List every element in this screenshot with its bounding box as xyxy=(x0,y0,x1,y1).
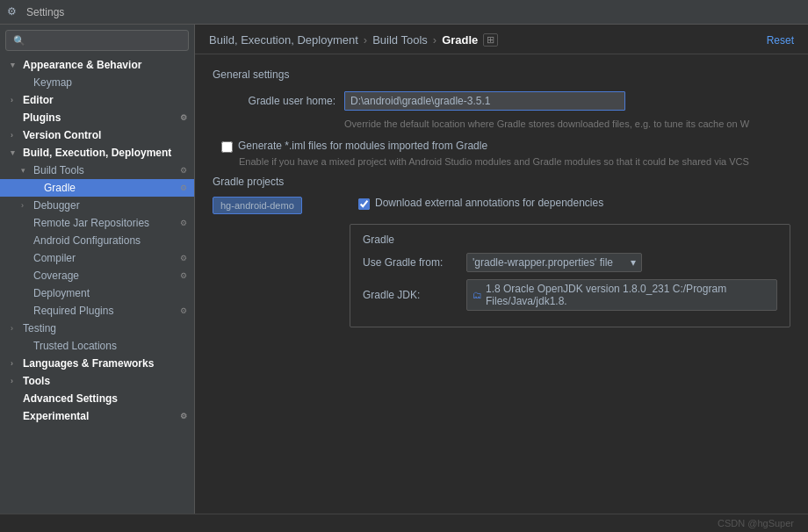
sidebar-item-plugins[interactable]: Plugins⚙ xyxy=(0,109,194,126)
gradle-jdk-row: Gradle JDK: 🗂 1.8 Oracle OpenJDK version… xyxy=(363,279,777,311)
sidebar-item-compiler[interactable]: Compiler⚙ xyxy=(0,249,194,267)
gear-icon: ⚙ xyxy=(180,113,187,122)
breadcrumb: Build, Execution, Deployment › Build Too… xyxy=(195,25,808,54)
gear-icon: ⚙ xyxy=(180,254,187,262)
footer-text: CSDN @hgSuper xyxy=(718,518,794,528)
sidebar-item-gradle[interactable]: Gradle⚙ xyxy=(0,179,194,197)
gear-icon: ⚙ xyxy=(180,412,187,421)
breadcrumb-part-2: Build Tools xyxy=(372,33,428,47)
sidebar-label-advanced-settings: Advanced Settings xyxy=(23,392,118,405)
footer: CSDN @hgSuper xyxy=(0,514,808,532)
sidebar-item-keymap[interactable]: Keymap xyxy=(0,74,194,91)
expand-icon: › xyxy=(11,131,19,140)
sidebar-item-trusted-locations[interactable]: Trusted Locations xyxy=(0,337,194,355)
expand-icon: › xyxy=(21,201,30,210)
download-annotations-label: Download external annotations for depend… xyxy=(375,197,603,209)
sidebar-label-keymap: Keymap xyxy=(33,76,72,89)
content-area: Build, Execution, Deployment › Build Too… xyxy=(195,25,808,514)
search-icon: 🔍 xyxy=(13,35,25,47)
download-annotations-row: Download external annotations for depend… xyxy=(358,197,790,210)
expand-icon: ▾ xyxy=(11,148,19,157)
generate-iml-label: Generate *.iml files for modules importe… xyxy=(238,140,487,152)
gradle-section-title: Gradle xyxy=(363,234,777,246)
sidebar-item-remote-jar[interactable]: Remote Jar Repositories⚙ xyxy=(0,214,194,232)
sidebar-label-coverage: Coverage xyxy=(33,270,79,282)
breadcrumb-sep-1: › xyxy=(364,33,367,47)
search-input[interactable] xyxy=(29,34,181,47)
sidebar-label-required-plugins: Required Plugins xyxy=(33,305,113,317)
download-annotations-checkbox[interactable] xyxy=(358,198,370,210)
gear-icon: ⚙ xyxy=(180,183,187,192)
sidebar-item-advanced-settings[interactable]: Advanced Settings xyxy=(0,390,194,407)
use-gradle-from-value: 'gradle-wrapper.properties' file xyxy=(473,256,613,269)
title-bar: ⚙ Settings xyxy=(0,0,808,25)
sidebar-item-coverage[interactable]: Coverage⚙ xyxy=(0,267,194,284)
sidebar-item-debugger[interactable]: ›Debugger xyxy=(0,197,194,214)
reset-button[interactable]: Reset xyxy=(767,34,794,47)
sidebar-label-build-exec-deploy: Build, Execution, Deployment xyxy=(23,147,171,159)
use-gradle-from-row: Use Gradle from: 'gradle-wrapper.propert… xyxy=(363,253,777,272)
breadcrumb-nav: Build, Execution, Deployment › Build Too… xyxy=(209,33,498,47)
chevron-down-icon: ▾ xyxy=(631,256,636,269)
gear-icon: ⚙ xyxy=(180,306,187,315)
gear-icon: ⚙ xyxy=(180,166,187,175)
gradle-home-input[interactable] xyxy=(344,91,625,111)
gradle-home-label: Gradle user home: xyxy=(213,95,335,107)
search-box[interactable]: 🔍 xyxy=(5,30,189,51)
expand-icon: › xyxy=(11,377,19,385)
settings-content: General settings Gradle user home: Overr… xyxy=(195,54,808,514)
sidebar-item-tools[interactable]: ›Tools xyxy=(0,372,194,390)
sidebar-label-remote-jar: Remote Jar Repositories xyxy=(33,217,149,229)
general-settings-title: General settings xyxy=(213,68,790,81)
folder-icon: 🗂 xyxy=(473,290,482,300)
use-gradle-from-label: Use Gradle from: xyxy=(363,256,459,269)
sidebar-label-tools: Tools xyxy=(23,375,50,387)
gradle-home-hint: Override the default location where Grad… xyxy=(344,118,790,131)
sidebar-label-deployment: Deployment xyxy=(33,287,90,299)
sidebar-label-version-control: Version Control xyxy=(23,129,101,141)
sidebar-item-build-tools[interactable]: ▾Build Tools⚙ xyxy=(0,162,194,179)
breadcrumb-sep-2: › xyxy=(433,33,436,47)
sidebar-label-android-configs: Android Configurations xyxy=(33,234,141,247)
sidebar-item-android-configs[interactable]: Android Configurations xyxy=(0,232,194,249)
main-layout: 🔍 ▾Appearance & BehaviorKeymap›EditorPlu… xyxy=(0,25,808,514)
breadcrumb-part-1: Build, Execution, Deployment xyxy=(209,33,358,47)
expand-icon: › xyxy=(11,96,19,104)
settings-icon: ⚙ xyxy=(7,5,21,19)
sidebar-item-editor[interactable]: ›Editor xyxy=(0,91,194,109)
sidebar-item-build-exec-deploy[interactable]: ▾Build, Execution, Deployment xyxy=(0,144,194,162)
sidebar-label-trusted-locations: Trusted Locations xyxy=(33,340,117,352)
expand-icon: › xyxy=(11,324,19,333)
sidebar-item-experimental[interactable]: Experimental⚙ xyxy=(0,407,194,425)
gear-icon: ⚙ xyxy=(180,271,187,280)
title-bar-text: Settings xyxy=(26,6,64,18)
generate-iml-row: Generate *.iml files for modules importe… xyxy=(221,140,790,153)
project-tag[interactable]: hg-android-demo xyxy=(213,197,302,214)
gradle-jdk-value: 1.8 Oracle OpenJDK version 1.8.0_231 C:/… xyxy=(486,283,771,307)
project-list: hg-android-demo xyxy=(213,197,335,223)
use-gradle-from-select[interactable]: 'gradle-wrapper.properties' file ▾ xyxy=(466,253,642,272)
gradle-home-row: Gradle user home: xyxy=(213,91,790,111)
sidebar-label-plugins: Plugins xyxy=(23,111,61,124)
expand-icon: › xyxy=(11,359,19,368)
gear-icon: ⚙ xyxy=(180,219,187,227)
sidebar-label-languages-frameworks: Languages & Frameworks xyxy=(23,357,154,370)
sidebar-item-testing[interactable]: ›Testing xyxy=(0,320,194,337)
gradle-jdk-label: Gradle JDK: xyxy=(363,289,459,301)
breadcrumb-part-3: Gradle xyxy=(442,33,478,47)
expand-icon: ▾ xyxy=(11,61,19,69)
gradle-jdk-select[interactable]: 🗂 1.8 Oracle OpenJDK version 1.8.0_231 C… xyxy=(466,279,777,311)
expand-icon: ▾ xyxy=(21,166,30,175)
project-options: Download external annotations for depend… xyxy=(350,197,790,327)
sidebar-item-deployment[interactable]: Deployment xyxy=(0,284,194,302)
sidebar-item-languages-frameworks[interactable]: ›Languages & Frameworks xyxy=(0,355,194,372)
sidebar-item-version-control[interactable]: ›Version Control xyxy=(0,126,194,144)
sidebar-label-testing: Testing xyxy=(23,322,56,334)
sidebar-item-required-plugins[interactable]: Required Plugins⚙ xyxy=(0,302,194,320)
sidebar-item-appearance[interactable]: ▾Appearance & Behavior xyxy=(0,56,194,74)
projects-area: hg-android-demo Download external annota… xyxy=(213,197,790,327)
sidebar-label-editor: Editor xyxy=(23,94,54,106)
generate-iml-checkbox[interactable] xyxy=(221,141,233,153)
sidebar: 🔍 ▾Appearance & BehaviorKeymap›EditorPlu… xyxy=(0,25,195,514)
sidebar-label-appearance: Appearance & Behavior xyxy=(23,59,141,71)
